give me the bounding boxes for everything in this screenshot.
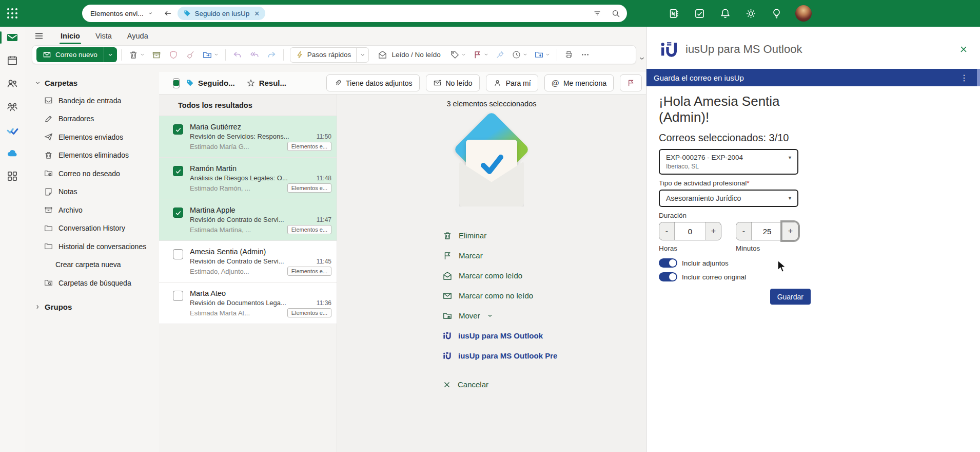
folders-section-header[interactable]: Carpetas [25,74,159,91]
reply-button[interactable] [230,47,245,63]
folder-item-notes[interactable]: Notas [25,183,159,201]
pin-button[interactable] [493,47,507,63]
tab-ayuda[interactable]: Ayuda [126,30,149,42]
rail-groups-button[interactable] [6,100,19,114]
list-tab-seguido[interactable]: Seguido... [186,79,235,87]
include-attachments-toggle[interactable]: Incluir adjuntos [659,258,800,268]
mail-checkbox-checked[interactable] [173,166,183,176]
mail-checkbox-checked[interactable] [173,124,183,135]
rail-people-button[interactable] [6,77,19,90]
hours-decrement-button[interactable]: - [659,222,675,240]
new-mail-split-arrow[interactable] [104,47,117,62]
groups-section-header[interactable]: Grupos [25,298,159,316]
more-commands-button[interactable] [578,47,593,63]
rail-calendar-button[interactable] [6,54,19,67]
minutes-value[interactable]: 25 [752,222,782,240]
rail-todo-button[interactable] [6,123,19,137]
flag-button[interactable] [470,47,491,63]
search-tab-seguido[interactable]: Seguido en iusUp ✕ [178,7,265,20]
action-iusup-pre[interactable]: iusUp para MS Outlook Pre [442,349,646,362]
mail-row[interactable]: Ramón Martin Análisis de Riesgos Legales… [159,158,337,199]
rail-onedrive-button[interactable] [6,146,19,160]
folder-item-search-folders[interactable]: Carpetas de búsqueda [25,274,159,292]
minutes-decrement-button[interactable]: - [736,222,752,240]
tips-button[interactable] [770,7,783,20]
categorize-button[interactable] [447,47,468,63]
addin-scrollbar-thumb[interactable] [977,69,980,86]
folder-item-historial[interactable]: Historial de conversaciones [25,237,159,256]
filter-chip-to-me[interactable]: Para mí [486,74,538,91]
delete-button[interactable] [126,47,147,63]
action-move[interactable]: Mover [442,309,646,322]
toggle-on-icon[interactable] [659,258,677,268]
folder-item-junk[interactable]: Correo no deseado [25,164,159,183]
search-tab-close-icon[interactable]: ✕ [254,10,260,17]
print-button[interactable] [561,47,576,63]
archive-button[interactable] [149,47,164,63]
rail-mail-button[interactable] [6,31,19,44]
minutes-increment-button[interactable]: + [782,222,798,240]
action-cancel[interactable]: Cancelar [442,378,646,391]
action-flag[interactable]: Marcar [442,249,646,262]
snooze-button[interactable] [509,47,530,63]
mail-checkbox-checked[interactable] [173,208,183,218]
addin-close-button[interactable] [958,44,969,54]
action-mark-unread[interactable]: Marcar como no leído [442,289,646,302]
quick-steps-split-arrow[interactable] [356,48,368,62]
save-button[interactable]: Guardar [770,289,811,305]
mail-row[interactable]: Martina Apple Revisión de Contrato de Se… [159,199,337,241]
collapse-ribbon-button[interactable] [639,55,645,62]
search-bar[interactable]: Elementos envi... Seguido en iusUp ✕ [82,5,627,22]
activity-type-select[interactable]: Asesoramiento Jurídico ▼ [659,190,798,207]
filter-chip-mentions[interactable]: @ Me menciona [544,74,614,91]
mail-row[interactable]: Amesia Sentia (Admin) Revisión de Contra… [159,241,337,282]
folder-item-drafts[interactable]: Borradores [25,110,159,128]
folder-item-inbox[interactable]: Bandeja de entrada [25,91,159,110]
report-button[interactable] [166,47,181,63]
action-delete[interactable]: Eliminar [442,229,646,242]
include-original-toggle[interactable]: Incluir correo original [659,272,800,281]
search-icon[interactable] [611,9,621,18]
reply-all-button[interactable] [247,47,262,63]
app-launcher-button[interactable] [0,0,25,27]
kebab-menu-icon[interactable]: ⋮ [960,73,973,83]
filter-chip-unread[interactable]: No leído [426,74,480,91]
forward-button[interactable] [264,47,279,63]
action-mark-read[interactable]: Marcar como leído [442,269,646,282]
mail-checkbox-unchecked[interactable] [173,249,183,259]
filter-chip-flagged[interactable] [620,74,642,91]
notifications-button[interactable] [718,7,732,20]
rules-button[interactable] [532,47,553,63]
settings-button[interactable] [744,7,757,20]
folder-item-archive[interactable]: Archivo [25,201,159,219]
filter-chip-attachments[interactable]: Tiene datos adjuntos [326,74,419,91]
mail-row[interactable]: Marta Ateo Revisión de Documentos Lega..… [159,282,337,324]
account-avatar[interactable] [795,5,812,22]
folder-item-deleted[interactable]: Elementos eliminados [25,146,159,165]
create-folder-button[interactable]: Crear carpeta nueva [25,256,159,274]
list-tab-resultados[interactable]: Resul... [246,79,286,88]
action-iusup[interactable]: iusUp para MS Outlook [442,329,646,342]
search-scope-dropdown[interactable]: Elementos envi... [90,10,160,17]
mail-row[interactable]: Maria Gutiérrez Revisión de Servicios: R… [159,116,337,158]
select-all-checkbox[interactable] [173,78,180,88]
onenote-button[interactable] [667,7,680,20]
back-button[interactable] [163,9,172,18]
tab-inicio[interactable]: Inicio [60,30,81,42]
new-mail-button[interactable]: Correo nuevo [36,47,117,62]
todo-button[interactable] [693,7,706,20]
folder-pane-toggle-button[interactable] [34,31,44,41]
tab-vista[interactable]: Vista [94,30,113,42]
hours-value[interactable]: 0 [675,222,705,240]
mail-checkbox-unchecked[interactable] [173,291,183,301]
filter-icon[interactable] [593,9,602,18]
move-to-button[interactable] [200,47,221,63]
quick-steps-dropdown[interactable]: Pasos rápidos [290,47,369,63]
rail-apps-button[interactable] [6,170,19,183]
sweep-button[interactable] [183,47,198,63]
expediente-select[interactable]: EXP-000276 - EXP-2004 Iberiaco, SL ▼ [659,149,798,175]
hours-increment-button[interactable]: + [705,222,721,240]
toggle-on-icon[interactable] [659,272,677,281]
folder-item-sent[interactable]: Elementos enviados [25,128,159,146]
folder-item-conversation-history[interactable]: Conversation History [25,219,159,238]
